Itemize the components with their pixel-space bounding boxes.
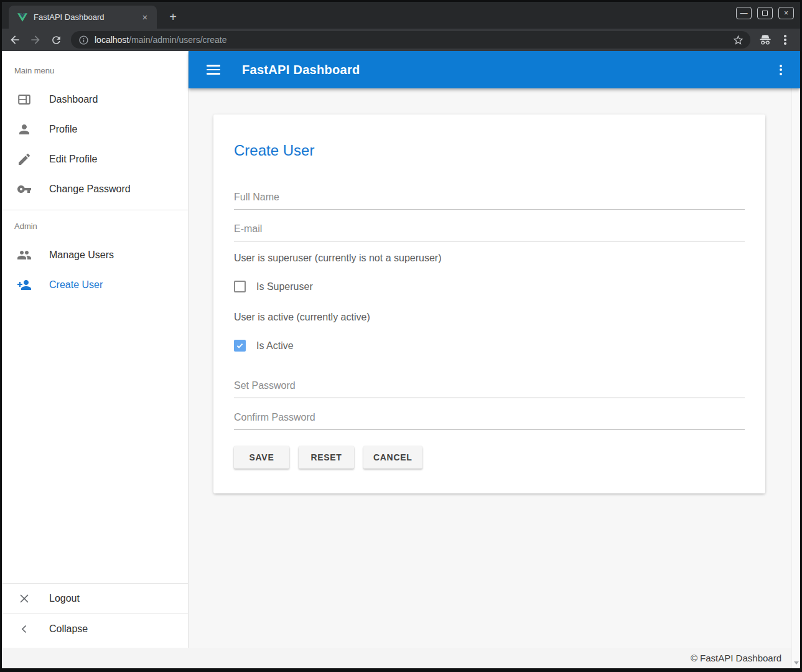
key-icon [17,182,32,197]
checkbox-unchecked-icon[interactable] [234,281,246,292]
app-title: FastAPI Dashboard [242,63,360,77]
save-button[interactable]: SAVE [234,446,289,469]
sidebar-item-change-password[interactable]: Change Password [2,174,188,204]
scroll-down-icon[interactable] [794,661,799,665]
copyright-text: © FastAPI Dashboard [691,653,781,663]
maximize-icon [762,11,768,16]
close-icon [17,591,32,606]
confirm-password-input[interactable] [234,408,745,430]
sidebar-item-label: Change Password [49,184,131,195]
sidebar-item-dashboard[interactable]: Dashboard [2,85,188,114]
address-bar[interactable]: localhost/main/admin/users/create [71,31,750,49]
vue-logo-icon [17,13,27,22]
checkbox-label: Is Active [256,340,294,352]
set-password-field [234,376,745,398]
sidebar-spacer [2,300,188,583]
main-area: FastAPI Dashboard Create User User is s [189,51,800,648]
incognito-icon [758,33,773,47]
app-footer: © FastAPI Dashboard [2,648,800,668]
dashboard-icon [17,92,32,107]
sidebar-section-header-admin: Admin [2,210,188,240]
browser-menu-button[interactable] [781,32,789,47]
reload-button[interactable] [49,32,63,47]
appbar-menu-button[interactable] [777,62,785,78]
sidebar-item-label: Manage Users [49,250,114,261]
site-info-icon[interactable] [78,35,89,45]
full-name-input[interactable] [234,188,745,210]
page-title: Create User [234,142,745,159]
close-window-button[interactable]: × [778,7,794,19]
sidebar-item-edit-profile[interactable]: Edit Profile [2,144,188,174]
url-text: localhost/main/admin/users/create [95,35,732,45]
superuser-hint: User is superuser (currently is not a su… [234,253,745,264]
sidebar-item-label: Profile [49,124,77,135]
sidebar-item-profile[interactable]: Profile [2,114,188,144]
sidebar-item-create-user[interactable]: Create User [2,270,188,300]
form-actions: SAVE RESET CANCEL [234,446,745,469]
app-bar: FastAPI Dashboard [189,51,800,88]
sidebar-section-header-main: Main menu [2,51,188,85]
hamburger-menu-icon[interactable] [204,62,223,77]
url-path: /main/admin/users/create [129,35,226,45]
pencil-icon [17,152,32,167]
sidebar-item-collapse[interactable]: Collapse [2,614,188,644]
minimize-button[interactable]: — [736,7,752,19]
sidebar-item-label: Edit Profile [49,154,97,165]
new-tab-button[interactable]: + [165,9,181,25]
sidebar-item-label: Logout [49,593,80,604]
confirm-password-field [234,408,745,430]
browser-tab[interactable]: FastAPI Dashboard × [9,6,157,29]
scrollbar[interactable] [791,51,800,668]
full-name-field [234,188,745,210]
sidebar-item-label: Collapse [49,623,88,635]
bookmark-star-icon[interactable] [732,34,744,46]
page-viewport: Main menu Dashboard Profile [2,51,800,668]
person-icon [17,122,32,137]
is-active-checkbox-row[interactable]: Is Active [234,340,745,352]
tab-strip: FastAPI Dashboard × + — × [2,2,800,29]
sidebar-item-label: Dashboard [49,94,98,105]
forward-button[interactable] [28,32,43,47]
sidebar: Main menu Dashboard Profile [2,51,189,648]
browser-window: FastAPI Dashboard × + — × localhost/main… [0,0,802,672]
checkbox-checked-icon[interactable] [234,340,246,352]
people-icon [17,248,32,263]
email-input[interactable] [234,220,745,241]
email-field [234,220,745,241]
cancel-button[interactable]: CANCEL [363,446,422,469]
tab-title: FastAPI Dashboard [34,12,139,22]
tab-close-icon[interactable]: × [139,12,151,23]
sidebar-item-logout[interactable]: Logout [2,584,188,614]
chevron-left-icon [17,622,32,637]
person-add-icon [17,278,32,292]
sidebar-item-label: Create User [49,279,103,291]
page-content: Create User User is superuser (currently… [189,88,800,648]
active-hint: User is active (currently active) [234,312,745,323]
window-controls: — × [736,7,794,19]
browser-toolbar: localhost/main/admin/users/create [2,29,800,51]
reset-button[interactable]: RESET [299,446,354,469]
maximize-button[interactable] [757,7,773,19]
back-button[interactable] [7,32,22,47]
set-password-input[interactable] [234,376,745,398]
create-user-card: Create User User is superuser (currently… [213,114,765,493]
sidebar-item-manage-users[interactable]: Manage Users [2,240,188,270]
url-host: localhost [95,35,129,45]
is-superuser-checkbox-row[interactable]: Is Superuser [234,281,745,292]
checkbox-label: Is Superuser [256,281,313,292]
toolbar-right [758,32,789,47]
